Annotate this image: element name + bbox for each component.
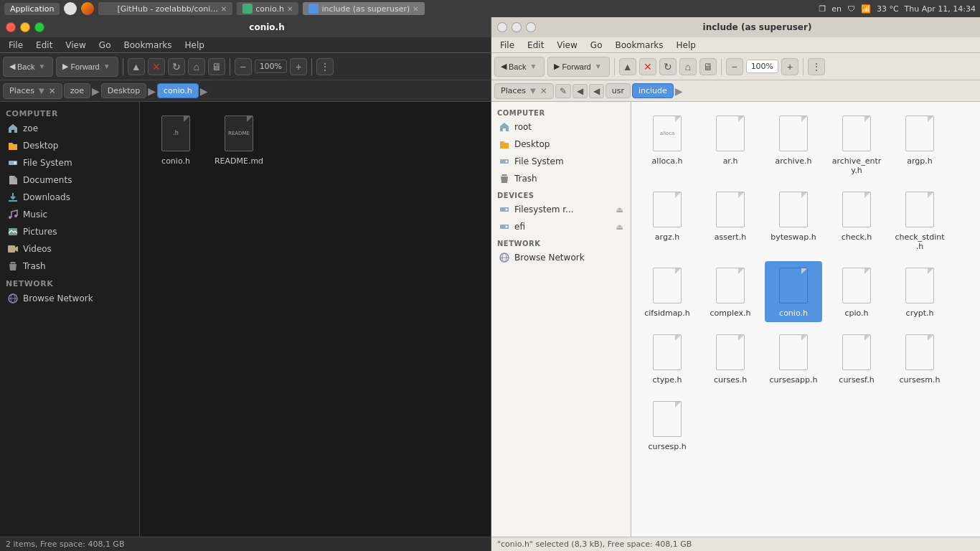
tab-github[interactable]: [GitHub - zoelabbb/coni... ✕ — [98, 2, 232, 15]
tab-include-close[interactable]: ✕ — [413, 5, 418, 13]
left-menu-edit[interactable]: Edit — [30, 39, 58, 52]
right-maximize-button[interactable] — [526, 22, 536, 32]
right-places-close[interactable]: ✕ — [540, 86, 547, 96]
right-edit-path-button[interactable]: ✎ — [555, 84, 571, 98]
right-nav-prev-button[interactable]: ◀ — [573, 84, 588, 98]
right-sidebar-item-root[interactable]: root — [493, 118, 629, 136]
eject-icon-1[interactable]: ⏏ — [616, 205, 623, 215]
sidebar-item-filesystem[interactable]: File System — [1, 154, 138, 171]
file-item-cursesh[interactable]: curses.h — [702, 328, 759, 389]
right-breadcrumb-usr[interactable]: usr — [606, 83, 631, 98]
taskbar-icon-finder[interactable] — [64, 2, 77, 15]
left-menu-help[interactable]: Help — [179, 39, 210, 52]
right-menu-go[interactable]: Go — [585, 39, 608, 52]
left-close-button[interactable] — [6, 22, 16, 32]
sidebar-item-music[interactable]: Music — [1, 206, 138, 223]
left-menu-go[interactable]: Go — [93, 39, 117, 52]
file-item-argph[interactable]: argp.h — [891, 109, 948, 179]
taskbar-icon-firefox[interactable] — [81, 2, 94, 15]
right-sidebar-item-filesystem-r[interactable]: Filesystem r... ⏏ — [493, 201, 629, 218]
file-item-checkh[interactable]: check.h — [828, 185, 885, 255]
left-reload-button[interactable]: ↻ — [168, 58, 185, 75]
sidebar-item-documents[interactable]: Documents — [1, 171, 138, 189]
left-more-button[interactable]: ⋮ — [316, 58, 334, 75]
file-item-cursesph[interactable]: cursesp.h — [639, 395, 696, 456]
file-item-cifsidmaph[interactable]: cifsidmap.h — [639, 261, 696, 322]
file-item-cpioh[interactable]: cpio.h — [828, 261, 885, 322]
left-forward-button[interactable]: ▶ Forward ▼ — [56, 57, 118, 77]
eject-icon-2[interactable]: ⏏ — [616, 222, 623, 232]
right-stop-button[interactable]: ✕ — [639, 58, 656, 75]
left-computer-button[interactable]: 🖥 — [208, 58, 225, 75]
file-item-conioh-right[interactable]: conio.h — [765, 261, 822, 322]
right-menu-view[interactable]: View — [551, 39, 583, 52]
left-forward-dropdown[interactable]: ▼ — [102, 62, 112, 70]
right-close-button[interactable] — [497, 22, 507, 32]
right-back-dropdown[interactable]: ▼ — [528, 62, 538, 70]
right-sidebar-item-efi[interactable]: efi ⏏ — [493, 218, 629, 235]
right-sidebar-item-filesystem[interactable]: File System — [493, 153, 629, 170]
left-minimize-btn[interactable]: − — [235, 58, 252, 75]
left-minimize-button[interactable] — [20, 22, 30, 32]
file-item-ctypeh[interactable]: ctype.h — [639, 328, 696, 389]
file-item-complexh[interactable]: complex.h — [702, 261, 759, 322]
sidebar-item-trash[interactable]: Trash — [1, 258, 138, 275]
file-item-conioh[interactable]: .h conio.h — [147, 109, 204, 170]
left-up-button[interactable]: ▲ — [128, 58, 145, 75]
tab-include[interactable]: include (as superuser) ✕ — [303, 2, 424, 15]
right-more-button[interactable]: ⋮ — [808, 58, 825, 75]
left-stop-button[interactable]: ✕ — [148, 58, 165, 75]
file-item-readme[interactable]: README README.md — [210, 109, 268, 170]
sidebar-item-zoe[interactable]: zoe — [1, 120, 138, 137]
file-item-crypth[interactable]: crypt.h — [891, 261, 948, 322]
file-item-arh[interactable]: ar.h — [702, 109, 759, 179]
sidebar-item-videos[interactable]: Videos — [1, 240, 138, 258]
file-item-argzh[interactable]: argz.h — [639, 185, 696, 255]
left-menu-file[interactable]: File — [3, 39, 29, 52]
left-maximize-button[interactable] — [34, 22, 44, 32]
right-minimize-button[interactable] — [512, 22, 522, 32]
right-forward-button[interactable]: ▶ Forward ▼ — [547, 57, 609, 77]
tab-github-close[interactable]: ✕ — [221, 5, 227, 13]
right-breadcrumb-include[interactable]: include — [632, 83, 674, 98]
file-item-archiveh[interactable]: archive.h — [765, 109, 822, 179]
right-computer-button[interactable]: 🖥 — [699, 58, 717, 75]
file-item-check-stdinh[interactable]: check_stdint.h — [891, 185, 948, 255]
sidebar-item-desktop[interactable]: Desktop — [1, 137, 138, 154]
right-menu-file[interactable]: File — [494, 39, 520, 52]
left-places-close[interactable]: ✕ — [49, 86, 56, 96]
sidebar-item-downloads[interactable]: Downloads — [1, 189, 138, 206]
file-item-allocah[interactable]: alloca alloca.h — [639, 109, 696, 179]
file-item-cursesmh[interactable]: cursesm.h — [891, 328, 948, 389]
right-reload-button[interactable]: ↻ — [659, 58, 677, 75]
right-up-button[interactable]: ▲ — [619, 58, 636, 75]
file-item-byteswap[interactable]: byteswap.h — [765, 185, 822, 255]
left-places-button[interactable]: Places ▼ ✕ — [3, 83, 62, 99]
tab-conioh-close[interactable]: ✕ — [287, 5, 293, 13]
right-places-button[interactable]: Places ▼ ✕ — [494, 83, 554, 99]
right-menu-edit[interactable]: Edit — [522, 39, 550, 52]
left-breadcrumb-conioh[interactable]: conio.h — [157, 83, 199, 98]
app-label[interactable]: Application — [4, 3, 60, 15]
sidebar-item-browse-network[interactable]: Browse Network — [1, 290, 138, 307]
left-back-dropdown[interactable]: ▼ — [37, 62, 47, 70]
left-maximize-btn[interactable]: + — [290, 58, 307, 75]
right-menu-help[interactable]: Help — [671, 39, 702, 52]
file-item-cursesfh[interactable]: cursesf.h — [828, 328, 885, 389]
file-item-archive-entryh[interactable]: archive_entry.h — [828, 109, 885, 179]
right-maximize-btn[interactable]: + — [781, 58, 798, 75]
left-home-button[interactable]: ⌂ — [188, 58, 205, 75]
right-sidebar-item-browse-network[interactable]: Browse Network — [493, 249, 629, 266]
right-sidebar-item-desktop[interactable]: Desktop — [493, 136, 629, 153]
file-item-cursesapph[interactable]: cursesapp.h — [765, 328, 822, 389]
right-sidebar-item-trash[interactable]: Trash — [493, 170, 629, 187]
sidebar-item-pictures[interactable]: Pictures — [1, 223, 138, 240]
file-item-asserth[interactable]: assert.h — [702, 185, 759, 255]
right-minimize-btn[interactable]: − — [726, 58, 743, 75]
right-forward-dropdown[interactable]: ▼ — [593, 62, 603, 70]
left-menu-view[interactable]: View — [60, 39, 91, 52]
right-back-button[interactable]: ◀ Back ▼ — [494, 57, 545, 77]
right-menu-bookmarks[interactable]: Bookmarks — [609, 39, 669, 52]
left-breadcrumb-desktop[interactable]: Desktop — [101, 83, 146, 98]
right-nav-next-button[interactable]: ◀ — [589, 84, 604, 98]
